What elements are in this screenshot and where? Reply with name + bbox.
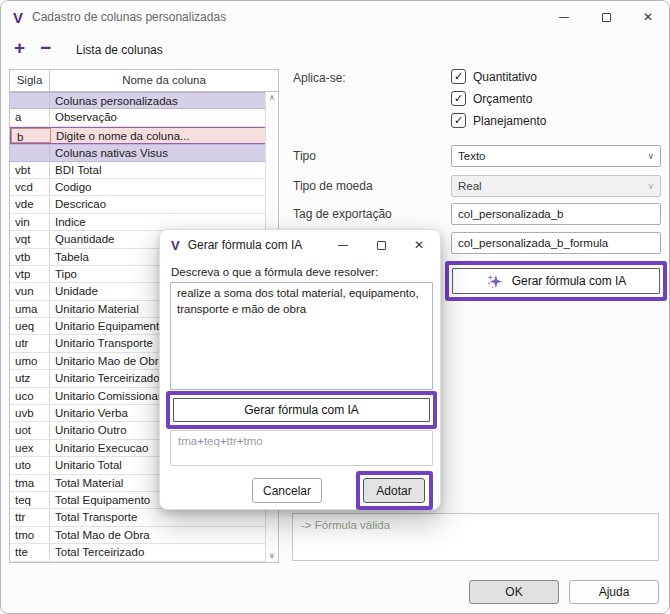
cell-nome: Indice: [50, 214, 278, 230]
window-title: Cadastro de colunas personalizadas: [32, 10, 226, 24]
cell-nome: Descricao: [50, 196, 278, 212]
cell-sigla: uot: [10, 422, 50, 438]
aplica-se-label: Aplica-se:: [293, 71, 346, 85]
cell-sigla: [10, 93, 50, 108]
maximize-icon: [602, 13, 611, 22]
cell-nome: Observação: [50, 109, 278, 125]
cell-sigla: uco: [10, 388, 50, 404]
cell-sigla: vun: [10, 283, 50, 299]
header-nome[interactable]: Nome da coluna: [50, 70, 278, 91]
cell-sigla: utz: [10, 370, 50, 386]
checkbox-quantitativo[interactable]: ✓Quantitativo: [451, 69, 537, 84]
cell-sigla: vde: [10, 196, 50, 212]
gerar-formula-ia-label: Gerar fórmula com IA: [512, 274, 627, 288]
table-row[interactable]: tteTotal Terceirizado: [10, 544, 278, 561]
table-row[interactable]: Colunas nativas Visus: [10, 144, 278, 161]
cell-nome: BDI Total: [50, 162, 278, 178]
chevron-down-icon: ∨: [647, 151, 654, 161]
table-row[interactable]: aObservação: [10, 109, 278, 126]
dialog-gerar-formula-button[interactable]: Gerar fórmula com IA: [173, 398, 430, 422]
tag-formula-input[interactable]: col_personalizada_b_formula: [451, 232, 661, 254]
formula-variable: tma: [178, 435, 197, 447]
dialog-maximize-button[interactable]: [362, 230, 400, 260]
cell-sigla: vqt: [10, 231, 50, 247]
ai-formula-dialog: V Gerar fórmula com IA ✕ Descreva o que …: [159, 229, 441, 510]
table-row[interactable]: vdeDescricao: [10, 196, 278, 213]
close-icon: ✕: [643, 10, 653, 24]
sparkles-icon: [486, 273, 503, 290]
tag-exportacao-input[interactable]: col_personalizada_b: [451, 203, 661, 225]
dialog-close-button[interactable]: ✕: [400, 230, 438, 260]
checkbox-label: Quantitativo: [473, 70, 537, 84]
formula-variable: tmo: [244, 435, 263, 447]
close-button[interactable]: ✕: [627, 1, 669, 33]
minimize-icon: [559, 17, 569, 18]
checkbox-icon: ✓: [451, 69, 466, 84]
column-list-label: Lista de colunas: [76, 43, 163, 57]
cell-sigla: vtp: [10, 266, 50, 282]
formula-operator: +: [220, 435, 227, 447]
table-row[interactable]: bDigite o nome da coluna...: [10, 127, 278, 144]
add-column-button[interactable]: +: [14, 37, 25, 59]
cell-sigla: teq: [10, 492, 50, 508]
scroll-up-icon[interactable]: ∧: [269, 94, 275, 102]
cell-sigla: b: [11, 128, 51, 143]
cell-sigla: vcd: [10, 179, 50, 195]
dialog-minimize-button[interactable]: [324, 230, 362, 260]
adopt-button[interactable]: Adotar: [363, 478, 425, 503]
cell-nome: Colunas personalizadas: [50, 93, 278, 108]
gerar-formula-ia-button[interactable]: Gerar fórmula com IA: [452, 268, 660, 294]
formula-status-box: -> Fórmula válida: [292, 513, 659, 561]
cell-sigla: vtb: [10, 249, 50, 265]
ok-button[interactable]: OK: [469, 580, 559, 604]
header-sigla[interactable]: Sigla: [10, 70, 50, 91]
cancel-button[interactable]: Cancelar: [252, 478, 322, 503]
cell-sigla: utr: [10, 335, 50, 351]
cell-sigla: tma: [10, 475, 50, 491]
scroll-down-icon[interactable]: ∨: [269, 552, 275, 560]
prompt-textarea[interactable]: realize a soma dos total material, equip…: [170, 282, 433, 390]
cell-sigla: umo: [10, 353, 50, 369]
cell-sigla: [10, 145, 50, 160]
formula-operator: +: [237, 435, 244, 447]
cell-sigla: uvb: [10, 405, 50, 421]
formula-result-box: tma+teq+ttr+tmo: [170, 430, 433, 466]
formula-status-text: -> Fórmula válida: [293, 514, 658, 536]
minimize-button[interactable]: [543, 1, 585, 33]
checkbox-label: Orçamento: [473, 92, 532, 106]
cell-sigla: tte: [10, 544, 50, 560]
formula-variable: teq: [204, 435, 220, 447]
table-row[interactable]: Colunas personalizadas: [10, 92, 278, 109]
prompt-label: Descreva o que a fórmula deve resolver:: [171, 266, 378, 278]
cell-sigla: uto: [10, 457, 50, 473]
cell-nome: Digite o nome da coluna...: [51, 128, 277, 143]
app-logo-icon: V: [171, 238, 179, 253]
maximize-icon: [377, 241, 386, 250]
help-button[interactable]: Ajuda: [569, 580, 659, 604]
table-row[interactable]: vbtBDI Total: [10, 162, 278, 179]
cell-sigla: ueq: [10, 318, 50, 334]
table-row[interactable]: vcdCodigo: [10, 179, 278, 196]
table-row[interactable]: ttrTotal Transporte: [10, 509, 278, 526]
checkbox-planejamento[interactable]: ✓Planejamento: [451, 113, 546, 128]
checkbox-oramento[interactable]: ✓Orçamento: [451, 91, 532, 106]
cell-sigla: tmo: [10, 527, 50, 543]
cell-nome: Total Mao de Obra: [50, 527, 278, 543]
titlebar: V Cadastro de colunas personalizadas ✕: [1, 1, 669, 33]
remove-column-button[interactable]: −: [40, 37, 51, 59]
app-logo-icon: V: [13, 9, 22, 26]
cell-sigla: ttr: [10, 509, 50, 525]
checkbox-icon: ✓: [451, 91, 466, 106]
tipo-label: Tipo: [293, 149, 316, 163]
dialog-title: Gerar fórmula com IA: [188, 238, 303, 252]
cell-sigla: vbt: [10, 162, 50, 178]
moeda-select[interactable]: Real ∨: [451, 175, 661, 197]
maximize-button[interactable]: [585, 1, 627, 33]
tipo-select[interactable]: Texto ∨: [451, 145, 661, 167]
table-row[interactable]: tmoTotal Mao de Obra: [10, 527, 278, 544]
cell-sigla: uex: [10, 440, 50, 456]
formula-operator: +: [197, 435, 204, 447]
tipo-value: Texto: [458, 150, 486, 162]
cell-nome: Total Terceirizado: [50, 544, 278, 560]
cell-nome: Total Transporte: [50, 509, 278, 525]
